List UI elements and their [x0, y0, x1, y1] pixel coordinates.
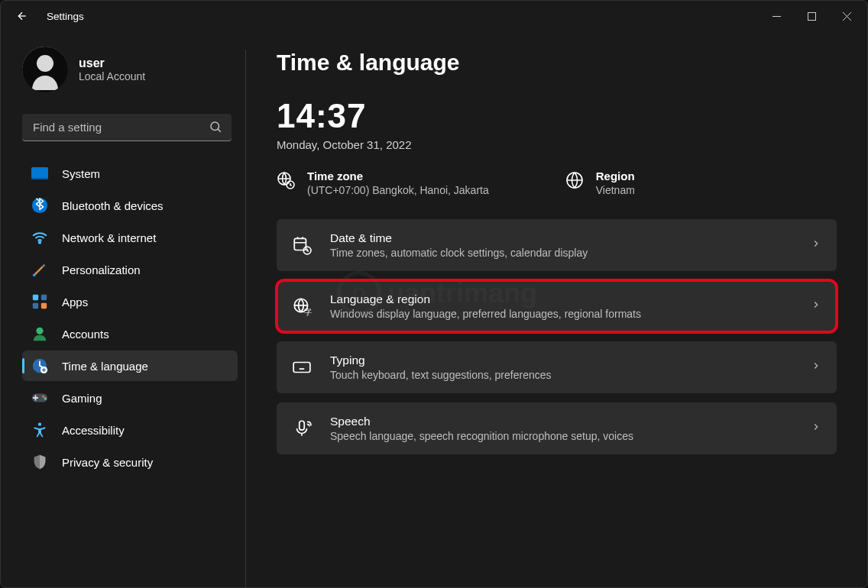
info-sub: (UTC+07:00) Bangkok, Hanoi, Jakarta: [307, 184, 489, 196]
svg-point-17: [36, 328, 43, 334]
sidebar-item-timelang[interactable]: Time & language: [22, 351, 238, 381]
svg-point-23: [38, 423, 41, 426]
sidebar-item-accounts[interactable]: Accounts: [22, 318, 238, 349]
privacy-icon: [31, 454, 48, 470]
sidebar-item-privacy[interactable]: Privacy & security: [22, 447, 238, 477]
svg-line-7: [218, 129, 220, 131]
svg-rect-31: [293, 363, 310, 373]
card-subtitle: Speech language, speech recognition micr…: [330, 430, 792, 442]
card-speech[interactable]: SpeechSpeech language, speech recognitio…: [277, 402, 837, 454]
settings-window: Settings user Local Account: [0, 0, 868, 588]
datetime-icon: [292, 235, 312, 255]
user-subtitle: Local Account: [79, 70, 145, 82]
card-title: Date & time: [330, 231, 792, 245]
personalize-icon: [31, 261, 48, 278]
search-icon: [209, 120, 222, 137]
sidebar-item-label: Apps: [62, 296, 88, 309]
svg-point-6: [211, 122, 219, 131]
sidebar-item-label: Accessibility: [62, 424, 125, 437]
speech-icon: [292, 418, 312, 438]
maximize-icon: [808, 12, 816, 21]
card-typing[interactable]: TypingTouch keyboard, text suggestions, …: [277, 341, 837, 393]
chevron-right-icon: [811, 238, 821, 252]
clock-date: Monday, October 31, 2022: [277, 138, 837, 151]
sidebar-item-label: Personalization: [62, 263, 141, 276]
svg-point-12: [33, 274, 36, 277]
card-title: Typing: [330, 354, 792, 367]
svg-rect-14: [41, 295, 47, 300]
sidebar-item-gaming[interactable]: Gaming: [22, 383, 238, 413]
bluetooth-icon: [31, 197, 48, 214]
info-title: Region: [596, 170, 635, 183]
info-timezone-text: Time zone (UTC+07:00) Bangkok, Hanoi, Ja…: [307, 170, 489, 196]
svg-point-21: [42, 396, 44, 398]
info-sub: Vietnam: [596, 184, 635, 196]
sidebar-item-system[interactable]: System: [22, 158, 238, 189]
sidebar-item-label: Accounts: [62, 328, 109, 341]
minimize-button[interactable]: [759, 1, 794, 31]
maximize-button[interactable]: [794, 1, 829, 31]
svg-point-5: [37, 55, 53, 72]
sidebar-item-label: Time & language: [62, 360, 148, 373]
accessibility-icon: [31, 422, 48, 438]
arrow-left-icon: [16, 10, 28, 22]
sidebar-item-label: Privacy & security: [62, 456, 153, 469]
main-content: Time & language 14:37 Monday, October 31…: [246, 31, 867, 587]
svg-rect-32: [300, 421, 305, 430]
gaming-icon: [31, 389, 48, 406]
close-icon: [843, 12, 851, 21]
card-langreg[interactable]: 字Language & regionWindows display langua…: [277, 280, 837, 332]
sidebar-item-bluetooth[interactable]: Bluetooth & devices: [22, 190, 238, 221]
sidebar-item-accessibility[interactable]: Accessibility: [22, 415, 238, 445]
search-wrap: [22, 114, 232, 141]
timelang-icon: [31, 357, 48, 374]
minimize-icon: [772, 12, 781, 21]
card-subtitle: Windows display language, preferred lang…: [330, 308, 792, 320]
svg-rect-9: [31, 178, 48, 179]
card-subtitle: Time zones, automatic clock settings, ca…: [330, 247, 792, 259]
titlebar: Settings: [1, 1, 867, 31]
close-button[interactable]: [829, 1, 864, 31]
svg-rect-13: [33, 295, 38, 300]
card-datetime[interactable]: Date & timeTime zones, automatic clock s…: [277, 219, 837, 271]
svg-point-22: [44, 397, 47, 399]
card-text: TypingTouch keyboard, text suggestions, …: [330, 354, 792, 381]
card-text: SpeechSpeech language, speech recognitio…: [330, 415, 792, 442]
svg-rect-16: [41, 303, 47, 309]
avatar: [22, 47, 68, 92]
sidebar-item-apps[interactable]: Apps: [22, 286, 238, 317]
chevron-right-icon: [811, 360, 821, 374]
svg-point-11: [39, 241, 40, 243]
window-controls: [759, 1, 864, 31]
svg-rect-1: [808, 12, 815, 20]
user-block[interactable]: user Local Account: [22, 47, 245, 92]
card-text: Language & regionWindows display languag…: [330, 292, 792, 320]
card-subtitle: Touch keyboard, text suggestions, prefer…: [330, 369, 792, 381]
sidebar-item-wifi[interactable]: Network & internet: [22, 222, 238, 253]
globe-icon: [565, 171, 584, 189]
svg-text:字: 字: [304, 308, 312, 316]
titlebar-left: Settings: [15, 8, 84, 24]
typing-icon: [292, 357, 312, 377]
sidebar-item-label: System: [62, 167, 100, 180]
card-text: Date & timeTime zones, automatic clock s…: [330, 231, 792, 259]
user-info: user Local Account: [79, 57, 145, 82]
settings-cards: Date & timeTime zones, automatic clock s…: [277, 219, 837, 454]
nav-list: SystemBluetooth & devicesNetwork & inter…: [22, 158, 245, 477]
langreg-icon: 字: [292, 296, 312, 316]
user-name: user: [79, 57, 145, 70]
info-timezone[interactable]: Time zone (UTC+07:00) Bangkok, Hanoi, Ja…: [277, 170, 489, 196]
info-row: Time zone (UTC+07:00) Bangkok, Hanoi, Ja…: [277, 170, 837, 196]
sidebar-item-label: Network & internet: [62, 231, 156, 244]
info-region[interactable]: Region Vietnam: [565, 170, 635, 196]
info-title: Time zone: [307, 170, 489, 183]
chevron-right-icon: [811, 422, 821, 435]
search-input[interactable]: [22, 114, 232, 141]
sidebar-item-personalize[interactable]: Personalization: [22, 254, 238, 285]
body: user Local Account SystemBluetooth & dev…: [1, 31, 867, 587]
accounts-icon: [31, 325, 48, 342]
svg-rect-15: [33, 303, 38, 309]
app-title: Settings: [47, 11, 84, 22]
back-button[interactable]: [15, 8, 30, 24]
sidebar: user Local Account SystemBluetooth & dev…: [1, 31, 245, 587]
